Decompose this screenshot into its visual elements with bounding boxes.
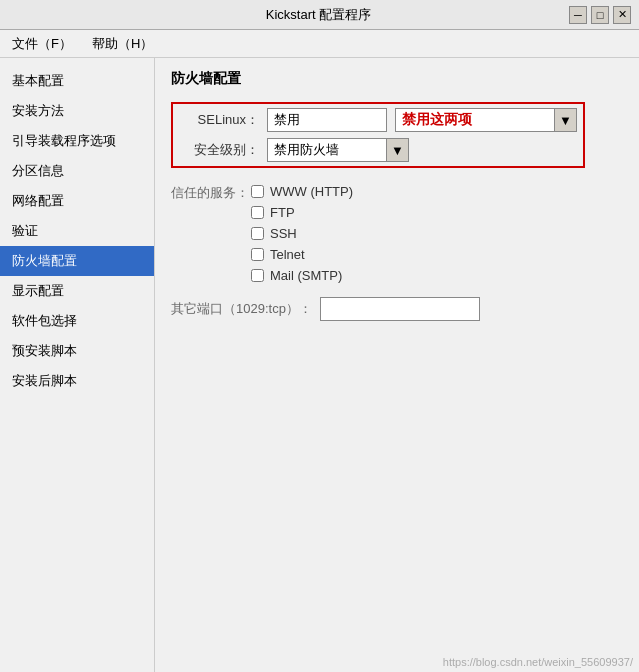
sidebar-item-network[interactable]: 网络配置: [0, 186, 154, 216]
service-www: WWW (HTTP): [251, 184, 353, 199]
ports-row: 其它端口（1029:tcp）：: [171, 297, 623, 321]
service-www-label: WWW (HTTP): [270, 184, 353, 199]
service-telnet: Telnet: [251, 247, 353, 262]
security-value-display: 禁用防火墙: [267, 138, 387, 162]
maximize-button[interactable]: □: [591, 6, 609, 24]
highlighted-config-box: SELinux： 禁用 禁用这两项 ▼ 安全级别： 禁用防火墙 ▼: [171, 102, 585, 168]
main-layout: 基本配置 安装方法 引导装载程序选项 分区信息 网络配置 验证 防火墙配置 显示…: [0, 58, 639, 672]
window-controls[interactable]: ─ □ ✕: [569, 6, 631, 24]
sidebar-item-bootloader[interactable]: 引导装载程序选项: [0, 126, 154, 156]
checkbox-ftp[interactable]: [251, 206, 264, 219]
security-dropdown-wrapper[interactable]: 禁用防火墙 ▼: [267, 138, 409, 162]
service-ftp: FTP: [251, 205, 353, 220]
services-checkboxes: WWW (HTTP) FTP SSH Telnet Mail (SMTP): [251, 180, 353, 283]
sidebar-item-packages[interactable]: 软件包选择: [0, 306, 154, 336]
trusted-services-section: 信任的服务： WWW (HTTP) FTP SSH Telnet: [171, 180, 623, 283]
service-ssh-label: SSH: [270, 226, 297, 241]
checkbox-mail[interactable]: [251, 269, 264, 282]
service-ftp-label: FTP: [270, 205, 295, 220]
service-ssh: SSH: [251, 226, 353, 241]
checkbox-ssh[interactable]: [251, 227, 264, 240]
selinux-dropdown-arrow[interactable]: ▼: [555, 108, 577, 132]
menu-help[interactable]: 帮助（H）: [84, 32, 161, 56]
sidebar-item-basic[interactable]: 基本配置: [0, 66, 154, 96]
content-area: 防火墙配置 SELinux： 禁用 禁用这两项 ▼ 安全级别： 禁用防火墙: [155, 58, 639, 672]
title-bar: Kickstart 配置程序 ─ □ ✕: [0, 0, 639, 30]
minimize-button[interactable]: ─: [569, 6, 587, 24]
trusted-label: 信任的服务：: [171, 180, 251, 202]
ports-input[interactable]: [320, 297, 480, 321]
selinux-value-display: 禁用: [267, 108, 387, 132]
sidebar-item-firewall[interactable]: 防火墙配置: [0, 246, 154, 276]
ports-label: 其它端口（1029:tcp）：: [171, 300, 312, 318]
section-title: 防火墙配置: [171, 70, 623, 88]
selinux-dropdown-value[interactable]: 禁用这两项: [395, 108, 555, 132]
checkbox-telnet[interactable]: [251, 248, 264, 261]
security-row: 安全级别： 禁用防火墙 ▼: [179, 138, 577, 162]
security-dropdown-arrow[interactable]: ▼: [387, 138, 409, 162]
selinux-dropdown-wrapper[interactable]: 禁用这两项 ▼: [395, 108, 577, 132]
watermark: https://blog.csdn.net/weixin_55609937/: [443, 656, 633, 668]
selinux-row: SELinux： 禁用 禁用这两项 ▼: [179, 108, 577, 132]
menu-bar: 文件（F） 帮助（H）: [0, 30, 639, 58]
service-telnet-label: Telnet: [270, 247, 305, 262]
sidebar-item-partition[interactable]: 分区信息: [0, 156, 154, 186]
sidebar: 基本配置 安装方法 引导装载程序选项 分区信息 网络配置 验证 防火墙配置 显示…: [0, 58, 155, 672]
security-label: 安全级别：: [179, 141, 259, 159]
selinux-label: SELinux：: [179, 111, 259, 129]
sidebar-item-pre-script[interactable]: 预安装脚本: [0, 336, 154, 366]
window-title: Kickstart 配置程序: [68, 6, 569, 24]
close-button[interactable]: ✕: [613, 6, 631, 24]
service-mail-label: Mail (SMTP): [270, 268, 342, 283]
sidebar-item-install-method[interactable]: 安装方法: [0, 96, 154, 126]
checkbox-www[interactable]: [251, 185, 264, 198]
sidebar-item-post-script[interactable]: 安装后脚本: [0, 366, 154, 396]
sidebar-item-auth[interactable]: 验证: [0, 216, 154, 246]
sidebar-item-display[interactable]: 显示配置: [0, 276, 154, 306]
menu-file[interactable]: 文件（F）: [4, 32, 80, 56]
service-mail: Mail (SMTP): [251, 268, 353, 283]
